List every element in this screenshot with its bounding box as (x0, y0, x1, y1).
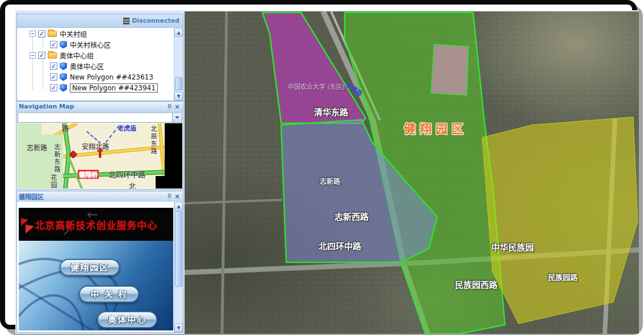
scroll-up-icon[interactable]: ▲ (174, 28, 183, 37)
map-overlays (185, 11, 639, 334)
road-label: 安翔北路 (82, 141, 109, 151)
screenshot-stage: Disconnected − ✓ 中关村组 (0, 0, 644, 335)
layer-checkbox[interactable]: ✓ (50, 84, 57, 91)
pin-icon[interactable] (165, 192, 173, 200)
bridge-label: 健翔桥 (78, 170, 99, 179)
picture-frame: Disconnected − ✓ 中关村组 (0, 0, 637, 329)
pin-icon[interactable] (165, 103, 173, 111)
tree-layer-row: ✓ New Polygon ##423941 (17, 82, 173, 93)
road-label: 花园 (48, 174, 57, 189)
scroll-up-icon[interactable]: ▲ (174, 202, 183, 211)
app-window: Disconnected − ✓ 中关村组 (15, 10, 639, 334)
navigation-minimap[interactable]: † 路 老虎庙 北辰东路 志新路 志新东路 安翔北路 健翔桥 北四环中路 花园 … (18, 123, 182, 189)
tree-layer-label[interactable]: New Polygon ##423613 (70, 73, 153, 81)
tree-scrollbar[interactable]: ▲ ▼ (174, 28, 183, 101)
tree-layer-label[interactable]: 中关村核心区 (70, 40, 111, 49)
info-panel-titlebar: 健翔园区 × (17, 191, 183, 202)
tree-layer-row: ✓ New Polygon ##423613 (17, 72, 173, 82)
minimap-park-area (18, 123, 41, 137)
nav-map-combobox[interactable] (18, 112, 182, 123)
road-label: 路 (62, 123, 69, 133)
tree-layer-label[interactable]: 奥体中心区 (70, 61, 104, 71)
center-banner-text: 北京高新技术创业服务中心 (35, 217, 157, 232)
map-label-road: 清华东路 (314, 106, 348, 118)
info-scrollbar[interactable]: ▲ ▼ (174, 202, 183, 332)
map-label-university: 中国农业大学 (东区) (288, 82, 345, 91)
map-label-road: 志新路 (320, 176, 340, 186)
chevron-down-icon[interactable] (172, 113, 182, 122)
map-label-road: 民族园路 (548, 271, 578, 282)
tree-group-row: − ✓ 中关村组 (17, 28, 173, 39)
poi-label: 老虎庙 (118, 123, 136, 132)
road-label: 北 (129, 181, 136, 189)
close-icon[interactable]: × (173, 192, 181, 200)
layer-tree: − ✓ 中关村组 ✓ 中关村核心区 − (17, 28, 173, 101)
tree-group-label[interactable]: 中关村组 (60, 29, 87, 39)
scrollbar-thumb[interactable] (175, 211, 182, 287)
frame-inner: Disconnected − ✓ 中关村组 (5, 5, 632, 325)
map-label-region: 健翔园区 (404, 119, 467, 136)
park-button-aoti[interactable]: 奥体中心 (97, 311, 157, 328)
center-logo-icon (21, 216, 36, 233)
road-line (185, 200, 282, 203)
info-panel: 健翔园区 × ← ↗ 北京高新技术创 (16, 191, 183, 333)
navigation-map-panel: Navigation Map × (16, 101, 183, 190)
layer-checkbox[interactable]: ✓ (50, 62, 57, 70)
layer-checkbox[interactable]: ✓ (38, 52, 45, 59)
polygon-olympic-block[interactable] (482, 117, 638, 324)
connection-status-icon (123, 18, 129, 24)
close-icon[interactable]: × (173, 103, 181, 111)
collapse-expander-icon[interactable]: − (30, 52, 36, 58)
map-label-road: 北四环中路 (319, 240, 361, 252)
center-banner: ← ↗ 北京高新技术创业服务中心 (19, 208, 173, 241)
map-label-park: 中华民族园 (491, 241, 534, 253)
tree-panel-header: Disconnected (17, 14, 183, 28)
minimap-nodata-area (156, 176, 182, 189)
folder-icon (48, 31, 57, 37)
folder-icon (48, 52, 57, 58)
nav-panel-titlebar: Navigation Map × (17, 102, 183, 112)
collapse-expander-icon[interactable]: − (30, 31, 36, 37)
road-label: 志新路 (27, 143, 47, 152)
road-label: 北辰东路 (148, 125, 157, 155)
tree-layer-row: ✓ 奥体中心区 (17, 61, 173, 72)
layer-rename-input[interactable]: New Polygon ##423941 (70, 83, 158, 93)
layer-checkbox[interactable]: ✓ (50, 41, 57, 48)
info-panel-title: 健翔园区 (19, 192, 44, 201)
polygon-pink-block[interactable] (431, 44, 469, 95)
globe-graphic-area: 健翔园区 中 关 村 奥体中心 (19, 241, 173, 330)
map-label-road: 民族园西路 (455, 278, 497, 290)
scroll-down-icon[interactable]: ▼ (174, 92, 183, 101)
layer-tree-panel: Disconnected − ✓ 中关村组 (16, 14, 183, 101)
road-label: 北四环中路 (108, 169, 145, 179)
polygon-layer-icon (60, 73, 67, 81)
sidebar: Disconnected − ✓ 中关村组 (15, 10, 185, 334)
map-label-road: 志新西路 (334, 210, 369, 222)
park-button-jianxiang[interactable]: 健翔园区 (60, 259, 120, 276)
scrollbar-thumb[interactable] (175, 77, 182, 90)
road-line (222, 11, 227, 334)
road-label: 志新东路 (52, 144, 61, 173)
info-panel-body: ← ↗ 北京高新技术创业服务中心 健翔园区 中 关 村 (17, 202, 183, 332)
layer-checkbox[interactable]: ✓ (38, 30, 45, 37)
polygon-layer-icon (60, 84, 67, 92)
satellite-map[interactable]: 中国农业大学 (东区) 学清路 清华东路 健翔园区 志新路 志新西路 北四环中路… (185, 11, 639, 334)
layer-checkbox[interactable]: ✓ (50, 73, 57, 81)
tree-group-label[interactable]: 奥体中心组 (60, 51, 94, 60)
tree-group-row: − ✓ 奥体中心组 (17, 50, 173, 61)
nav-panel-title: Navigation Map (19, 103, 74, 110)
polygon-layer-icon (60, 41, 67, 49)
polygon-layer-icon (60, 62, 67, 70)
connection-status-label: Disconnected (132, 17, 179, 24)
scroll-down-icon[interactable]: ▼ (174, 324, 183, 332)
tree-layer-row: ✓ 中关村核心区 (17, 39, 173, 50)
park-button-zhongguancun[interactable]: 中 关 村 (79, 286, 139, 303)
